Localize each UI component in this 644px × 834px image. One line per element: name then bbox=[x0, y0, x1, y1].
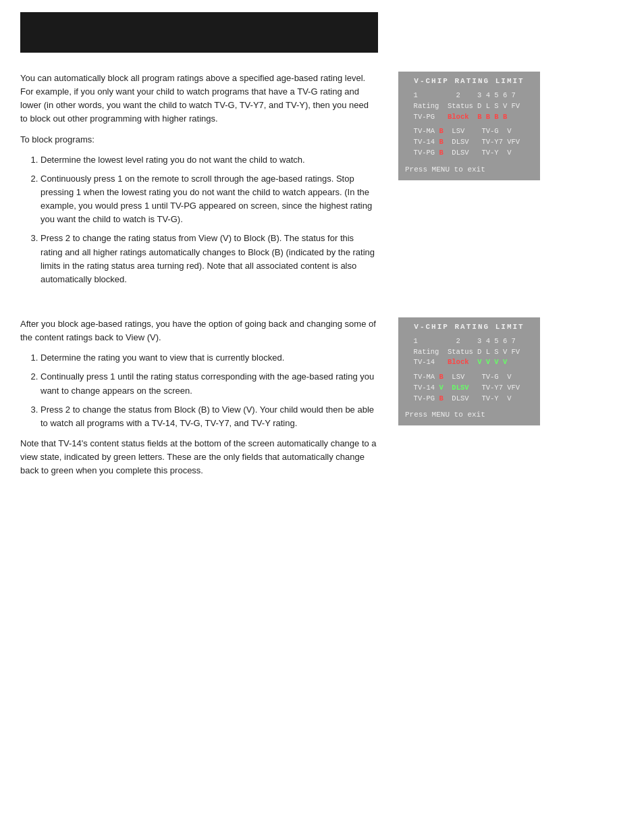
vchip-1-header-row1: 1 2 3 4 5 6 7 bbox=[405, 90, 533, 101]
section-2: After you block age-based ratings, you h… bbox=[20, 317, 624, 484]
header-bar bbox=[20, 12, 378, 53]
section-1: You can automatically block all program … bbox=[20, 72, 624, 293]
vchip-panel-2: V-CHIP RATING LIMIT 1 2 3 4 5 6 7 Rating… bbox=[398, 317, 540, 426]
section-1-text: You can automatically block all program … bbox=[20, 72, 378, 293]
section-1-steps: Determine the lowest level rating you do… bbox=[41, 153, 378, 286]
vchip-2-footer: Press MENU to exit bbox=[405, 411, 533, 419]
vchip-2-row-3: TV-PG B DLSV TV-Y V bbox=[405, 394, 533, 405]
vchip-1-row-2: TV-14 B DLSV TV-Y7 VFV bbox=[405, 137, 533, 148]
section-1-para-1: You can automatically block all program … bbox=[20, 72, 378, 126]
section-2-note: Note that TV-14's content status fields … bbox=[20, 437, 378, 477]
vchip-1-title: V-CHIP RATING LIMIT bbox=[405, 77, 533, 85]
vchip-2-row-2: TV-14 V DLSV TV-Y7 VFV bbox=[405, 383, 533, 394]
vchip-2-header-row1: 1 2 3 4 5 6 7 bbox=[405, 336, 533, 347]
section-1-step-1: Determine the lowest level rating you do… bbox=[41, 153, 378, 167]
section-2-para-1: After you block age-based ratings, you h… bbox=[20, 317, 378, 344]
vchip-1-header-row3: TV-PG Block B B B B bbox=[405, 112, 533, 123]
vchip-2-row-1: TV-MA B LSV TV-G V bbox=[405, 372, 533, 383]
section-1-para-2: To block programs: bbox=[20, 133, 378, 147]
vchip-1-footer: Press MENU to exit bbox=[405, 165, 533, 174]
vchip-1-row-1: TV-MA B LSV TV-G V bbox=[405, 126, 533, 137]
vchip-2-title: V-CHIP RATING LIMIT bbox=[405, 323, 533, 331]
section-2-step-1: Determine the rating you want to view th… bbox=[41, 351, 378, 365]
vchip-1-row-3: TV-PG B DLSV TV-Y V bbox=[405, 148, 533, 159]
section-2-text: After you block age-based ratings, you h… bbox=[20, 317, 378, 484]
vchip-2-header-row2: Rating Status D L S V FV bbox=[405, 347, 533, 358]
section-2-step-2: Continually press 1 until the rating sta… bbox=[41, 370, 378, 397]
section-2-step-3: Press 2 to change the status from Block … bbox=[41, 403, 378, 430]
section-1-step-2: Continuously press 1 on the remote to sc… bbox=[41, 172, 378, 227]
vchip-2-header-row3: TV-14 Block V V V V bbox=[405, 357, 533, 368]
vchip-1-header-row2: Rating Status D L S V FV bbox=[405, 101, 533, 112]
vchip-panel-1: V-CHIP RATING LIMIT 1 2 3 4 5 6 7 Rating… bbox=[398, 72, 540, 180]
section-2-steps: Determine the rating you want to view th… bbox=[41, 351, 378, 430]
section-1-step-3: Press 2 to change the rating status from… bbox=[41, 232, 378, 286]
